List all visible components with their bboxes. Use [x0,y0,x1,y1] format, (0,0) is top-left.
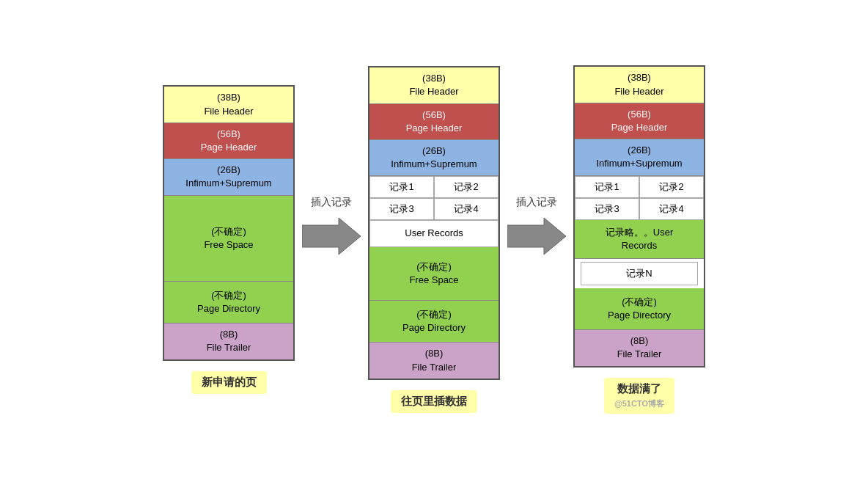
diagram-container: (38B)File Header (56B)Page Header (26B)I… [7,65,861,413]
user-records-2: User Records [369,220,499,246]
file-header-2: (38B)File Header [369,67,499,103]
records-note-3: 记录略。。UserRecords [575,220,704,259]
arrow-2-container: 插入记录 [500,196,573,255]
page-directory-3: (不确定)Page Directory [575,288,704,330]
page-directory-2: (不确定)Page Directory [369,301,499,343]
record-3-3: 记录3 [575,198,639,220]
page-header-2: (56B)Page Header [369,104,499,140]
arrow-1 [302,218,361,255]
record-1-3: 记录1 [575,176,639,198]
record-4-2: 记录4 [434,198,499,220]
arrow-1-container: 插入记录 [295,196,368,255]
page-header-3: (56B)Page Header [575,103,704,139]
record-2-2: 记录2 [434,176,499,198]
file-trailer-3: (8B)File Trailer [575,330,704,365]
record-2-3: 记录2 [639,176,704,198]
column-3: (38B)File Header (56B)Page Header (26B)I… [573,65,705,413]
arrow-2-label: 插入记录 [516,196,557,209]
column-2-label: 往页里插数据 [391,390,477,413]
record-4-3: 记录4 [639,198,704,220]
records-grid-2: 记录1 记录2 记录3 记录4 [369,176,499,220]
page-stack-3: (38B)File Header (56B)Page Header (26B)I… [573,65,705,367]
column-3-label: 数据满了 @51CTO博客 [604,378,674,414]
infimum-3: (26B)Infimum+Supremum [575,139,704,175]
infimum-1: (26B)Infimum+Supremum [164,159,293,195]
file-header-1: (38B)File Header [164,87,293,123]
svg-marker-0 [302,218,361,255]
records-grid-3: 记录1 记录2 记录3 记录4 [575,176,704,220]
page-stack-2: (38B)File Header (56B)Page Header (26B)I… [368,66,500,379]
page-stack-1: (38B)File Header (56B)Page Header (26B)I… [163,85,295,360]
free-space-2: (不确定)Free Space [369,247,499,301]
column-1-label: 新申请的页 [191,371,267,394]
record-n-3: 记录N [581,262,698,285]
file-header-3: (38B)File Header [575,67,704,103]
free-space-1: (不确定)Free Space [164,196,293,282]
watermark: @51CTO博客 [614,399,664,408]
record-3-2: 记录3 [369,198,434,220]
page-directory-1: (不确定)Page Directory [164,282,293,323]
arrow-2 [507,218,566,255]
infimum-2: (26B)Infimum+Supremum [369,140,499,176]
svg-marker-1 [507,218,566,255]
column-2: (38B)File Header (56B)Page Header (26B)I… [368,66,500,412]
file-trailer-1: (8B)File Trailer [164,323,293,359]
record-1-2: 记录1 [369,176,434,198]
file-trailer-2: (8B)File Trailer [369,343,499,378]
arrow-1-label: 插入记录 [311,196,352,209]
page-header-1: (56B)Page Header [164,123,293,159]
column-1: (38B)File Header (56B)Page Header (26B)I… [163,85,295,393]
